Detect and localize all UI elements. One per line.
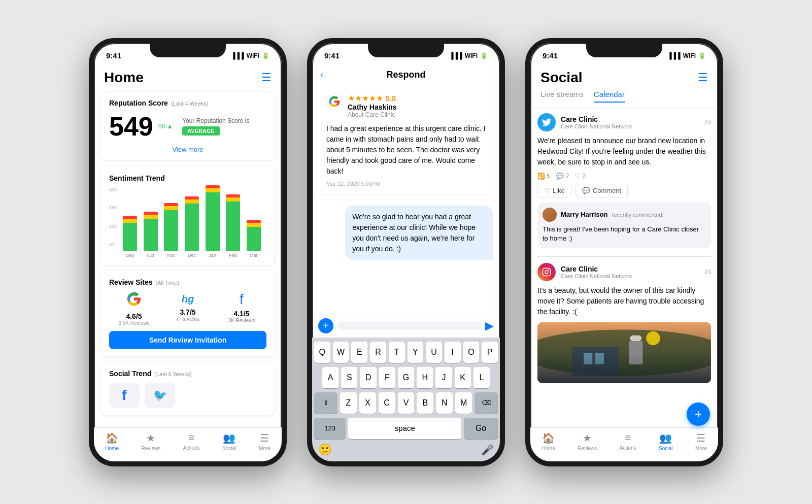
kb-m[interactable]: M bbox=[455, 392, 472, 414]
kb-r[interactable]: R bbox=[370, 342, 386, 363]
kb-backspace[interactable]: ⌫ bbox=[475, 392, 498, 414]
tab-calendar[interactable]: Calendar bbox=[594, 90, 625, 103]
kb-k[interactable]: K bbox=[455, 367, 471, 388]
instagram-post-header: Care Clinic Care Clinic National Network… bbox=[537, 263, 711, 281]
send-button[interactable]: ▶ bbox=[485, 319, 494, 332]
reputation-card: Reputation Score (Last 4 Weeks) 549 50 ▲… bbox=[101, 92, 275, 160]
kb-row-2: A S D F G H J K L bbox=[314, 367, 498, 388]
kb-123[interactable]: 123 bbox=[314, 418, 346, 439]
fab-button[interactable]: + bbox=[687, 402, 710, 426]
status-time-2: 9:41 bbox=[324, 51, 340, 60]
bar-dec: Dec bbox=[183, 196, 201, 258]
emoji-button[interactable]: 🙂 bbox=[318, 443, 332, 456]
social-nav-reviews-label: Reviews bbox=[578, 446, 597, 451]
view-more-link[interactable]: View more bbox=[109, 146, 266, 153]
bar-label-nov: Nov bbox=[167, 253, 175, 258]
kb-d[interactable]: D bbox=[360, 367, 376, 388]
kb-a[interactable]: A bbox=[322, 367, 339, 388]
kb-x[interactable]: X bbox=[359, 392, 376, 414]
battery-icon-2: 🔋 bbox=[480, 52, 488, 59]
bar-green-jan bbox=[206, 192, 220, 251]
image-overlay bbox=[537, 353, 711, 383]
nav-more[interactable]: ☰ More bbox=[259, 432, 270, 451]
fab-plus-icon: + bbox=[695, 407, 702, 421]
twitter-account-sub: Care Clinic National Network bbox=[561, 123, 699, 129]
kb-i[interactable]: I bbox=[445, 342, 461, 363]
respond-header: ‹ Respond bbox=[312, 65, 500, 86]
phone-notch-2 bbox=[368, 43, 444, 57]
kb-row-1: Q W E R T Y U I O P bbox=[314, 342, 498, 363]
nav-actions[interactable]: ≡ Actions bbox=[183, 432, 200, 451]
response-input[interactable] bbox=[337, 322, 481, 330]
comment-box: Marry Harrison recently commented: This … bbox=[537, 203, 711, 248]
comment-label: Comment bbox=[593, 187, 621, 194]
nav-reviews[interactable]: ★ Reviews bbox=[141, 432, 160, 451]
twitter-post-header: Care Clinic Care Clinic National Network… bbox=[537, 113, 711, 131]
social-nav-actions[interactable]: ≡ Actions bbox=[620, 432, 636, 451]
instagram-post-image bbox=[537, 322, 711, 383]
kb-go[interactable]: Go bbox=[464, 418, 498, 439]
kb-e[interactable]: E bbox=[351, 342, 367, 363]
like-count-icon: ♡ bbox=[575, 173, 581, 180]
kb-p[interactable]: P bbox=[482, 342, 498, 363]
commenter-label: recently commented: bbox=[612, 212, 663, 218]
kb-n[interactable]: N bbox=[436, 392, 453, 414]
kb-v[interactable]: V bbox=[398, 392, 415, 414]
kb-h[interactable]: H bbox=[417, 367, 433, 388]
wifi-icon-3: WiFi bbox=[683, 52, 696, 59]
kb-z[interactable]: Z bbox=[340, 392, 357, 414]
nav-actions-label: Actions bbox=[183, 445, 200, 451]
more-nav-icon: ☰ bbox=[260, 432, 269, 444]
back-button[interactable]: ‹ bbox=[320, 70, 323, 80]
add-attachment-button[interactable]: + bbox=[318, 318, 333, 333]
review-date: Mar 12, 2020 6:00PM bbox=[326, 181, 486, 187]
invite-button[interactable]: Send Review Invitation bbox=[109, 331, 266, 349]
nav-home[interactable]: 🏠 Home bbox=[105, 432, 119, 451]
kb-q[interactable]: Q bbox=[314, 342, 330, 363]
input-row: + ▶ bbox=[312, 314, 500, 338]
respond-screen: ‹ Respond ★★★★★ bbox=[312, 65, 500, 461]
social-icons-row: f 🐦 bbox=[109, 383, 266, 408]
twitter-post-actions: ♡ Like 💬 Comment bbox=[537, 184, 711, 197]
google-logo-icon bbox=[326, 93, 343, 110]
social-nav-more[interactable]: ☰ More bbox=[695, 432, 707, 451]
status-time-1: 9:41 bbox=[106, 51, 121, 60]
bar-yellow-feb bbox=[226, 197, 240, 201]
hg-score: 3.7/5 bbox=[163, 308, 213, 316]
tab-live-streams[interactable]: Live streams bbox=[540, 90, 584, 103]
kb-j[interactable]: J bbox=[435, 367, 452, 388]
kb-w[interactable]: W bbox=[333, 342, 349, 363]
social-actions-icon: ≡ bbox=[625, 432, 631, 444]
social-filter-button[interactable]: ☰ bbox=[698, 71, 708, 84]
kb-l[interactable]: L bbox=[473, 367, 490, 388]
social-nav-reviews[interactable]: ★ Reviews bbox=[578, 432, 597, 451]
kb-shift[interactable]: ⇧ bbox=[314, 392, 337, 414]
kb-c[interactable]: C bbox=[379, 392, 395, 414]
retweet-count: 🔁 5 bbox=[537, 173, 550, 180]
nav-social[interactable]: 👥 Social bbox=[222, 432, 236, 451]
kb-bottom-row: 🙂 🎤 bbox=[314, 443, 498, 459]
twitter-social-box: 🐦 bbox=[145, 383, 175, 408]
phone-home: 9:41 ▐▐▐ WiFi 🔋 Home ☰ Reputation Score … bbox=[89, 38, 287, 466]
kb-g[interactable]: G bbox=[398, 367, 414, 388]
kb-y[interactable]: Y bbox=[408, 342, 424, 363]
kb-s[interactable]: S bbox=[341, 367, 357, 388]
kb-u[interactable]: U bbox=[426, 342, 442, 363]
kb-t[interactable]: T bbox=[389, 342, 405, 363]
filter-button[interactable]: ☰ bbox=[261, 71, 272, 84]
bar-feb: Feb bbox=[224, 194, 242, 258]
twitter-account-info: Care Clinic Care Clinic National Network bbox=[561, 115, 699, 129]
actions-nav-icon: ≡ bbox=[188, 432, 194, 444]
like-button[interactable]: ♡ Like bbox=[537, 184, 571, 197]
kb-f[interactable]: F bbox=[379, 367, 395, 388]
bar-sep: Sep bbox=[121, 216, 139, 258]
social-nav-home[interactable]: 🏠 Home bbox=[542, 432, 555, 451]
comment-button[interactable]: 💬 Comment bbox=[576, 184, 628, 197]
kb-space[interactable]: space bbox=[348, 418, 461, 439]
social-nav-social[interactable]: 👥 Social bbox=[659, 432, 672, 451]
like-icon: ♡ bbox=[544, 187, 550, 194]
kb-o[interactable]: O bbox=[463, 342, 480, 363]
kb-b[interactable]: B bbox=[417, 392, 433, 414]
bar-yellow-nov bbox=[164, 206, 178, 210]
mic-button[interactable]: 🎤 bbox=[481, 444, 494, 456]
